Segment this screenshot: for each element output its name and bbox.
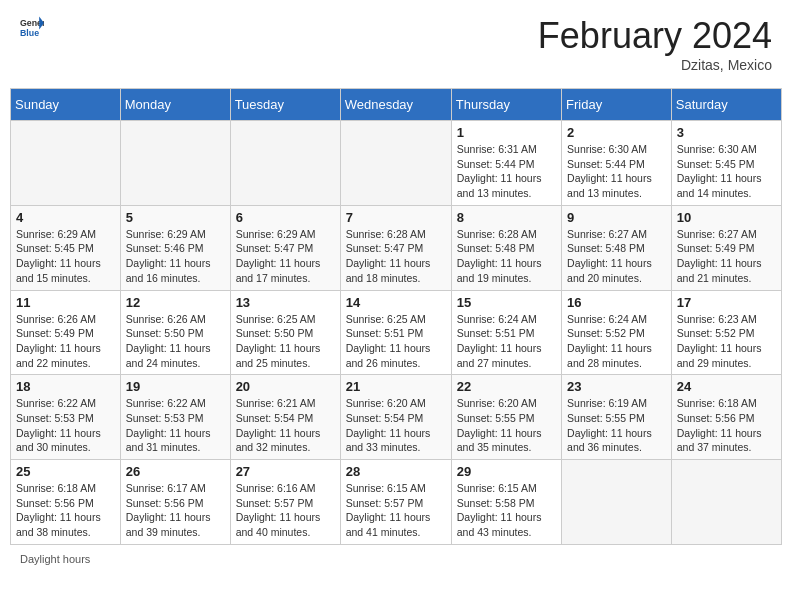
- calendar-week-row: 11Sunrise: 6:26 AMSunset: 5:49 PMDayligh…: [11, 290, 782, 375]
- calendar-day-cell: 5Sunrise: 6:29 AMSunset: 5:46 PMDaylight…: [120, 205, 230, 290]
- day-number: 16: [567, 295, 666, 310]
- day-info: Sunrise: 6:26 AMSunset: 5:49 PMDaylight:…: [16, 312, 115, 371]
- calendar-day-cell: 14Sunrise: 6:25 AMSunset: 5:51 PMDayligh…: [340, 290, 451, 375]
- calendar-day-cell: 24Sunrise: 6:18 AMSunset: 5:56 PMDayligh…: [671, 375, 781, 460]
- day-info: Sunrise: 6:19 AMSunset: 5:55 PMDaylight:…: [567, 396, 666, 455]
- day-number: 12: [126, 295, 225, 310]
- calendar-day-cell: 12Sunrise: 6:26 AMSunset: 5:50 PMDayligh…: [120, 290, 230, 375]
- calendar-day-cell: 17Sunrise: 6:23 AMSunset: 5:52 PMDayligh…: [671, 290, 781, 375]
- day-number: 6: [236, 210, 335, 225]
- calendar-day-cell: 4Sunrise: 6:29 AMSunset: 5:45 PMDaylight…: [11, 205, 121, 290]
- day-number: 25: [16, 464, 115, 479]
- footer: Daylight hours: [10, 553, 782, 565]
- calendar-day-cell: 13Sunrise: 6:25 AMSunset: 5:50 PMDayligh…: [230, 290, 340, 375]
- day-info: Sunrise: 6:27 AMSunset: 5:49 PMDaylight:…: [677, 227, 776, 286]
- day-info: Sunrise: 6:28 AMSunset: 5:47 PMDaylight:…: [346, 227, 446, 286]
- day-info: Sunrise: 6:16 AMSunset: 5:57 PMDaylight:…: [236, 481, 335, 540]
- day-of-week-header: Saturday: [671, 89, 781, 121]
- calendar-day-cell: [120, 121, 230, 206]
- day-number: 22: [457, 379, 556, 394]
- calendar-day-cell: 9Sunrise: 6:27 AMSunset: 5:48 PMDaylight…: [562, 205, 672, 290]
- calendar-day-cell: [230, 121, 340, 206]
- month-title: February 2024: [538, 15, 772, 57]
- day-info: Sunrise: 6:22 AMSunset: 5:53 PMDaylight:…: [126, 396, 225, 455]
- calendar-day-cell: 18Sunrise: 6:22 AMSunset: 5:53 PMDayligh…: [11, 375, 121, 460]
- day-info: Sunrise: 6:27 AMSunset: 5:48 PMDaylight:…: [567, 227, 666, 286]
- day-of-week-header: Sunday: [11, 89, 121, 121]
- day-info: Sunrise: 6:24 AMSunset: 5:52 PMDaylight:…: [567, 312, 666, 371]
- day-number: 19: [126, 379, 225, 394]
- calendar-day-cell: 10Sunrise: 6:27 AMSunset: 5:49 PMDayligh…: [671, 205, 781, 290]
- day-number: 29: [457, 464, 556, 479]
- day-info: Sunrise: 6:18 AMSunset: 5:56 PMDaylight:…: [16, 481, 115, 540]
- day-info: Sunrise: 6:25 AMSunset: 5:50 PMDaylight:…: [236, 312, 335, 371]
- day-info: Sunrise: 6:20 AMSunset: 5:55 PMDaylight:…: [457, 396, 556, 455]
- calendar-day-cell: 15Sunrise: 6:24 AMSunset: 5:51 PMDayligh…: [451, 290, 561, 375]
- calendar-day-cell: 22Sunrise: 6:20 AMSunset: 5:55 PMDayligh…: [451, 375, 561, 460]
- day-info: Sunrise: 6:28 AMSunset: 5:48 PMDaylight:…: [457, 227, 556, 286]
- calendar-week-row: 4Sunrise: 6:29 AMSunset: 5:45 PMDaylight…: [11, 205, 782, 290]
- day-of-week-header: Wednesday: [340, 89, 451, 121]
- day-info: Sunrise: 6:21 AMSunset: 5:54 PMDaylight:…: [236, 396, 335, 455]
- day-number: 1: [457, 125, 556, 140]
- calendar-day-cell: 6Sunrise: 6:29 AMSunset: 5:47 PMDaylight…: [230, 205, 340, 290]
- day-info: Sunrise: 6:25 AMSunset: 5:51 PMDaylight:…: [346, 312, 446, 371]
- page-header: General Blue February 2024 Dzitas, Mexic…: [10, 10, 782, 78]
- day-of-week-header: Friday: [562, 89, 672, 121]
- calendar-day-cell: 21Sunrise: 6:20 AMSunset: 5:54 PMDayligh…: [340, 375, 451, 460]
- calendar-day-cell: [11, 121, 121, 206]
- day-info: Sunrise: 6:30 AMSunset: 5:44 PMDaylight:…: [567, 142, 666, 201]
- day-info: Sunrise: 6:29 AMSunset: 5:45 PMDaylight:…: [16, 227, 115, 286]
- day-number: 7: [346, 210, 446, 225]
- day-number: 2: [567, 125, 666, 140]
- calendar-day-cell: 19Sunrise: 6:22 AMSunset: 5:53 PMDayligh…: [120, 375, 230, 460]
- day-of-week-header: Monday: [120, 89, 230, 121]
- calendar-table: SundayMondayTuesdayWednesdayThursdayFrid…: [10, 88, 782, 545]
- calendar-day-cell: 16Sunrise: 6:24 AMSunset: 5:52 PMDayligh…: [562, 290, 672, 375]
- calendar-day-cell: 28Sunrise: 6:15 AMSunset: 5:57 PMDayligh…: [340, 460, 451, 545]
- title-block: February 2024 Dzitas, Mexico: [538, 15, 772, 73]
- calendar-header-row: SundayMondayTuesdayWednesdayThursdayFrid…: [11, 89, 782, 121]
- calendar-day-cell: 11Sunrise: 6:26 AMSunset: 5:49 PMDayligh…: [11, 290, 121, 375]
- day-number: 5: [126, 210, 225, 225]
- calendar-day-cell: 8Sunrise: 6:28 AMSunset: 5:48 PMDaylight…: [451, 205, 561, 290]
- day-info: Sunrise: 6:15 AMSunset: 5:57 PMDaylight:…: [346, 481, 446, 540]
- day-number: 24: [677, 379, 776, 394]
- calendar-day-cell: [340, 121, 451, 206]
- day-info: Sunrise: 6:30 AMSunset: 5:45 PMDaylight:…: [677, 142, 776, 201]
- svg-text:Blue: Blue: [20, 28, 39, 38]
- day-number: 23: [567, 379, 666, 394]
- calendar-day-cell: 2Sunrise: 6:30 AMSunset: 5:44 PMDaylight…: [562, 121, 672, 206]
- day-number: 21: [346, 379, 446, 394]
- calendar-day-cell: [562, 460, 672, 545]
- day-info: Sunrise: 6:18 AMSunset: 5:56 PMDaylight:…: [677, 396, 776, 455]
- day-number: 11: [16, 295, 115, 310]
- day-number: 28: [346, 464, 446, 479]
- day-number: 27: [236, 464, 335, 479]
- day-of-week-header: Tuesday: [230, 89, 340, 121]
- day-number: 17: [677, 295, 776, 310]
- day-info: Sunrise: 6:31 AMSunset: 5:44 PMDaylight:…: [457, 142, 556, 201]
- calendar-day-cell: [671, 460, 781, 545]
- day-number: 10: [677, 210, 776, 225]
- calendar-week-row: 25Sunrise: 6:18 AMSunset: 5:56 PMDayligh…: [11, 460, 782, 545]
- logo-icon: General Blue: [20, 15, 44, 39]
- day-of-week-header: Thursday: [451, 89, 561, 121]
- day-number: 9: [567, 210, 666, 225]
- calendar-day-cell: 3Sunrise: 6:30 AMSunset: 5:45 PMDaylight…: [671, 121, 781, 206]
- daylight-label: Daylight hours: [20, 553, 90, 565]
- day-number: 4: [16, 210, 115, 225]
- day-number: 15: [457, 295, 556, 310]
- day-info: Sunrise: 6:15 AMSunset: 5:58 PMDaylight:…: [457, 481, 556, 540]
- day-number: 8: [457, 210, 556, 225]
- day-number: 18: [16, 379, 115, 394]
- logo: General Blue: [20, 15, 44, 39]
- day-info: Sunrise: 6:22 AMSunset: 5:53 PMDaylight:…: [16, 396, 115, 455]
- calendar-day-cell: 26Sunrise: 6:17 AMSunset: 5:56 PMDayligh…: [120, 460, 230, 545]
- day-number: 26: [126, 464, 225, 479]
- day-info: Sunrise: 6:23 AMSunset: 5:52 PMDaylight:…: [677, 312, 776, 371]
- day-info: Sunrise: 6:29 AMSunset: 5:47 PMDaylight:…: [236, 227, 335, 286]
- day-number: 3: [677, 125, 776, 140]
- location-subtitle: Dzitas, Mexico: [538, 57, 772, 73]
- calendar-day-cell: 1Sunrise: 6:31 AMSunset: 5:44 PMDaylight…: [451, 121, 561, 206]
